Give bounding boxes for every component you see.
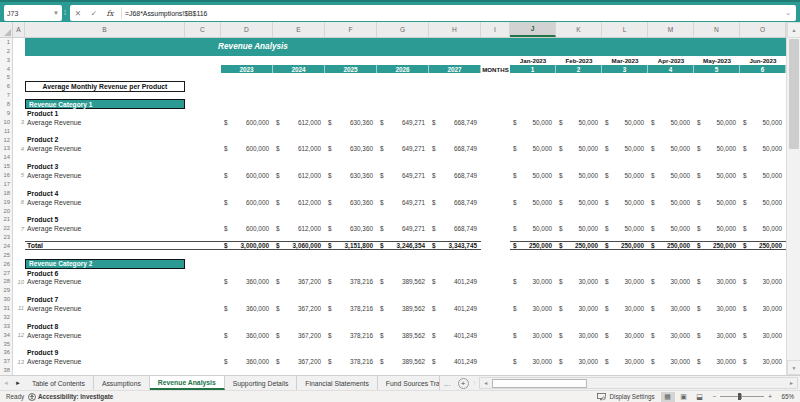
horizontal-scroll-thumb[interactable] — [492, 379, 587, 388]
total-yearly-cell[interactable]: $3,246,354 — [377, 241, 429, 250]
yearly-revenue-cell[interactable]: $360,000 — [221, 277, 273, 286]
monthly-revenue-cell[interactable]: $30,000 — [648, 331, 694, 340]
value-row-label[interactable]: Average Revenue — [25, 118, 185, 127]
row-header-21[interactable]: 21 — [0, 216, 12, 225]
yearly-revenue-cell[interactable]: $378,216 — [325, 357, 377, 366]
year-header-2025[interactable]: 2025 — [325, 65, 377, 74]
monthly-revenue-cell[interactable]: $30,000 — [740, 304, 786, 313]
yearly-revenue-cell[interactable]: $612,000 — [273, 144, 325, 153]
scroll-up-icon[interactable]: ▲ — [787, 22, 800, 38]
product-name[interactable]: Product 2 — [25, 136, 185, 145]
new-sheet-button[interactable]: + — [458, 378, 469, 389]
column-header-B[interactable]: B — [25, 22, 185, 37]
yearly-revenue-cell[interactable]: $630,360 — [325, 198, 377, 207]
row-header-22[interactable]: 22 — [0, 225, 12, 234]
year-header-2023[interactable]: 2023 — [221, 65, 273, 74]
monthly-revenue-cell[interactable]: $50,000 — [648, 224, 694, 233]
column-header-J[interactable]: J — [510, 22, 556, 37]
monthly-revenue-cell[interactable]: $30,000 — [602, 277, 648, 286]
monthly-revenue-cell[interactable]: $50,000 — [648, 171, 694, 180]
row-header-24[interactable]: 24 — [0, 243, 12, 252]
product-name[interactable]: Product 6 — [25, 269, 185, 278]
product-name[interactable]: Product 5 — [25, 215, 185, 224]
row-header-2[interactable]: 2 — [0, 48, 12, 57]
monthly-revenue-cell[interactable]: $50,000 — [740, 224, 786, 233]
total-yearly-cell[interactable]: $3,060,000 — [273, 241, 325, 250]
vertical-scrollbar[interactable]: ▲ ▼ — [786, 22, 800, 375]
yearly-revenue-cell[interactable]: $367,200 — [273, 357, 325, 366]
monthly-revenue-cell[interactable]: $30,000 — [694, 331, 740, 340]
column-header-H[interactable]: H — [429, 22, 481, 37]
monthly-revenue-cell[interactable]: $30,000 — [556, 357, 602, 366]
total-monthly-cell[interactable]: $250,000 — [510, 241, 556, 250]
formula-input-area[interactable]: ✕ ✓ fx =J68*Assumptions!$B$116 ⌄ — [70, 5, 796, 21]
monthly-revenue-cell[interactable]: $50,000 — [740, 198, 786, 207]
monthly-revenue-cell[interactable]: $50,000 — [602, 118, 648, 127]
row-header-13[interactable]: 13 — [0, 145, 12, 154]
column-header-F[interactable]: F — [325, 22, 377, 37]
sheet-tab-revenue-analysis[interactable]: Revenue Analysis — [150, 376, 225, 390]
monthly-revenue-cell[interactable]: $50,000 — [648, 198, 694, 207]
column-header-K[interactable]: K — [556, 22, 602, 37]
row-header-23[interactable]: 23 — [0, 234, 12, 243]
yearly-revenue-cell[interactable]: $630,360 — [325, 224, 377, 233]
row-header-30[interactable]: 30 — [0, 296, 12, 305]
monthly-revenue-cell[interactable]: $30,000 — [740, 331, 786, 340]
month-label-Jun-2023[interactable]: Jun-2023 — [740, 56, 786, 65]
monthly-revenue-cell[interactable]: $30,000 — [510, 304, 556, 313]
monthly-revenue-cell[interactable]: $50,000 — [694, 198, 740, 207]
more-sheets-button[interactable]: … — [440, 376, 455, 390]
subtitle-box[interactable]: Average Monthly Revenue per Product — [25, 81, 185, 92]
product-name[interactable]: Product 1 — [25, 109, 185, 118]
formula-text[interactable]: =J68*Assumptions!$B$116 — [125, 10, 785, 17]
total-label[interactable]: Total — [25, 241, 185, 250]
total-yearly-cell[interactable]: $3,151,800 — [325, 241, 377, 250]
insert-function-icon[interactable]: fx — [102, 9, 118, 18]
row-header-11[interactable]: 11 — [0, 128, 12, 137]
row-header-35[interactable]: 35 — [0, 341, 12, 350]
cancel-icon[interactable]: ✕ — [70, 9, 86, 18]
zoom-slider-thumb[interactable] — [738, 393, 741, 400]
yearly-revenue-cell[interactable]: $378,216 — [325, 331, 377, 340]
row-header-27[interactable]: 27 — [0, 270, 12, 279]
yearly-revenue-cell[interactable]: $668,749 — [429, 144, 481, 153]
row-header-36[interactable]: 36 — [0, 349, 12, 358]
total-monthly-cell[interactable]: $250,000 — [648, 241, 694, 250]
category-header[interactable]: Revenue Category 1 — [25, 99, 185, 109]
monthly-revenue-cell[interactable]: $50,000 — [694, 118, 740, 127]
total-yearly-cell[interactable]: $3,343,745 — [429, 241, 481, 250]
yearly-revenue-cell[interactable]: $600,000 — [221, 224, 273, 233]
value-row-label[interactable]: Average Revenue — [25, 277, 185, 286]
row-header-17[interactable]: 17 — [0, 181, 12, 190]
zoom-slider[interactable] — [720, 396, 764, 397]
yearly-revenue-cell[interactable]: $668,749 — [429, 198, 481, 207]
sheet-tab-table-of-contents[interactable]: Table of Contents — [24, 376, 94, 390]
monthly-revenue-cell[interactable]: $50,000 — [602, 171, 648, 180]
column-header-G[interactable]: G — [377, 22, 429, 37]
row-header-8[interactable]: 8 — [0, 101, 12, 110]
page-break-preview-icon[interactable]: ⬓ — [693, 392, 707, 402]
row-header-33[interactable]: 33 — [0, 323, 12, 332]
monthly-revenue-cell[interactable]: $30,000 — [694, 304, 740, 313]
yearly-revenue-cell[interactable]: $389,562 — [377, 277, 429, 286]
column-header-E[interactable]: E — [273, 22, 325, 37]
sheet-tab-assumptions[interactable]: Assumptions — [94, 376, 150, 390]
row-header-5[interactable]: 5 — [0, 74, 12, 83]
yearly-revenue-cell[interactable]: $600,000 — [221, 198, 273, 207]
product-name[interactable]: Product 8 — [25, 322, 185, 331]
value-row-label[interactable]: Average Revenue — [25, 198, 185, 207]
monthly-revenue-cell[interactable]: $50,000 — [556, 198, 602, 207]
yearly-revenue-cell[interactable]: $401,249 — [429, 331, 481, 340]
monthly-revenue-cell[interactable]: $50,000 — [694, 171, 740, 180]
column-header-L[interactable]: L — [602, 22, 648, 37]
monthly-revenue-cell[interactable]: $50,000 — [510, 118, 556, 127]
monthly-revenue-cell[interactable]: $30,000 — [510, 357, 556, 366]
sheet-tab-financial-statements[interactable]: Financial Statements — [297, 376, 377, 390]
month-label-Mar-2023[interactable]: Mar-2023 — [602, 56, 648, 65]
product-name[interactable]: Product 7 — [25, 295, 185, 304]
monthly-revenue-cell[interactable]: $50,000 — [740, 144, 786, 153]
yearly-revenue-cell[interactable]: $367,200 — [273, 304, 325, 313]
yearly-revenue-cell[interactable]: $600,000 — [221, 171, 273, 180]
row-header-16[interactable]: 16 — [0, 172, 12, 181]
yearly-revenue-cell[interactable]: $389,562 — [377, 357, 429, 366]
